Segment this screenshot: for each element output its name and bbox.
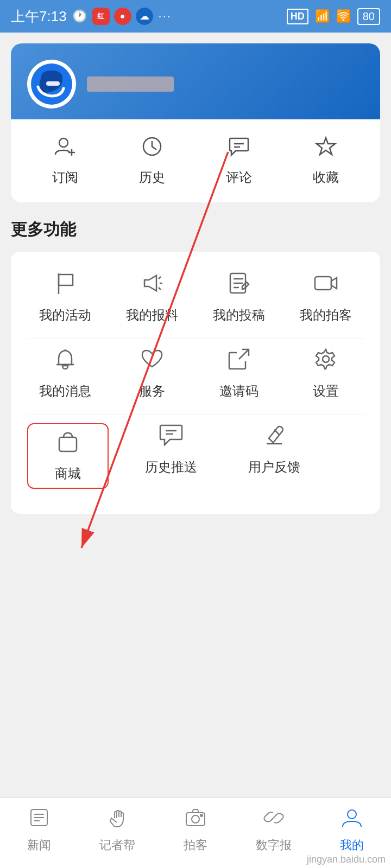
pencil-edit-icon bbox=[262, 423, 286, 451]
link-icon bbox=[263, 807, 284, 833]
my-message-label: 我的消息 bbox=[39, 382, 91, 400]
svg-line-12 bbox=[159, 288, 161, 290]
action-collect[interactable]: 收藏 bbox=[313, 136, 339, 186]
action-history[interactable]: 历史 bbox=[139, 136, 165, 186]
signal-icon: 📶 bbox=[315, 9, 330, 23]
service-label: 服务 bbox=[139, 382, 165, 400]
app-icon-3: ☁ bbox=[136, 8, 153, 25]
nav-item-digital[interactable]: 数字报 bbox=[244, 807, 304, 853]
feature-service[interactable]: 服务 bbox=[111, 347, 193, 400]
svg-marker-8 bbox=[317, 138, 335, 155]
svg-point-20 bbox=[323, 356, 329, 362]
main-scroll-area: 订阅 历史 评论 bbox=[0, 33, 391, 797]
my-activity-label: 我的活动 bbox=[39, 307, 91, 324]
battery-level: 80 bbox=[363, 10, 375, 22]
video-icon bbox=[314, 271, 338, 299]
flag-icon bbox=[53, 271, 77, 299]
comment-label: 评论 bbox=[226, 169, 252, 186]
bag-icon bbox=[56, 430, 80, 457]
svg-point-34 bbox=[200, 814, 203, 816]
svg-line-35 bbox=[271, 815, 276, 820]
my-paike-label: 我的拍客 bbox=[300, 307, 352, 324]
send-icon bbox=[227, 347, 251, 375]
chat-lines-icon bbox=[159, 423, 183, 451]
feature-mall[interactable]: 商城 bbox=[27, 423, 109, 489]
app-icon-2: ● bbox=[114, 8, 131, 25]
my-report-label: 我的报料 bbox=[126, 307, 178, 324]
action-comment[interactable]: 评论 bbox=[226, 136, 252, 186]
user-active-icon bbox=[342, 807, 362, 833]
history-push-label: 历史推送 bbox=[145, 458, 197, 476]
status-bar: 上午7:13 🕐 红 ● ☁ ··· HD 📶 🛜 80 bbox=[0, 0, 391, 33]
history-label: 历史 bbox=[139, 169, 165, 186]
invite-code-label: 邀请码 bbox=[219, 382, 258, 400]
my-post-label: 我的投稿 bbox=[213, 307, 265, 324]
profile-name-section bbox=[87, 76, 174, 92]
profile-actions: 订阅 历史 评论 bbox=[11, 119, 380, 202]
news-icon bbox=[29, 807, 49, 833]
svg-point-33 bbox=[192, 815, 199, 823]
features-grid: 我的活动 我的报料 bbox=[11, 252, 380, 514]
wifi-icon: 🛜 bbox=[336, 9, 351, 23]
feature-settings[interactable]: 设置 bbox=[285, 347, 367, 400]
svg-line-19 bbox=[239, 349, 249, 359]
feature-invite-code[interactable]: 邀请码 bbox=[198, 347, 280, 400]
subscribe-label: 订阅 bbox=[52, 169, 78, 186]
profile-name-bar bbox=[87, 76, 174, 92]
svg-rect-21 bbox=[59, 437, 77, 451]
alarm-icon: 🕐 bbox=[72, 9, 87, 23]
svg-line-10 bbox=[159, 277, 161, 279]
history-icon bbox=[141, 136, 163, 162]
bell-icon bbox=[53, 347, 77, 375]
feature-my-post[interactable]: 我的投稿 bbox=[198, 271, 280, 324]
mall-label: 商城 bbox=[55, 465, 81, 482]
avatar[interactable] bbox=[27, 60, 76, 108]
mine-label: 我的 bbox=[340, 837, 364, 853]
settings-label: 设置 bbox=[313, 382, 339, 400]
paike-label: 拍客 bbox=[184, 837, 207, 853]
megaphone-icon bbox=[140, 271, 164, 299]
features-row-1: 我的活动 我的报料 bbox=[22, 263, 369, 333]
collect-icon bbox=[315, 136, 337, 162]
edit-doc-icon bbox=[227, 271, 251, 299]
app-icon-1: 红 bbox=[92, 8, 110, 25]
feature-history-push[interactable]: 历史推送 bbox=[130, 423, 212, 489]
status-dots: ··· bbox=[159, 9, 172, 23]
comment-icon bbox=[228, 136, 250, 162]
subscribe-icon bbox=[54, 136, 76, 162]
nav-item-reporter[interactable]: 记者帮 bbox=[87, 807, 147, 853]
svg-line-25 bbox=[274, 430, 280, 435]
feature-my-message[interactable]: 我的消息 bbox=[24, 347, 106, 400]
feedback-label: 用户反馈 bbox=[248, 458, 300, 476]
hd-label: HD bbox=[287, 9, 308, 24]
hand-icon bbox=[107, 807, 128, 833]
profile-card: 订阅 历史 评论 bbox=[11, 43, 380, 202]
collect-label: 收藏 bbox=[313, 169, 339, 186]
profile-header bbox=[11, 43, 380, 119]
features-row-3: 商城 历史推送 bbox=[22, 414, 369, 497]
svg-rect-17 bbox=[315, 277, 331, 290]
nav-item-mine[interactable]: 我的 bbox=[322, 807, 382, 853]
news-label: 新闻 bbox=[27, 837, 51, 853]
section-title: 更多功能 bbox=[11, 219, 380, 241]
watermark: jingyan.baidu.com bbox=[307, 854, 386, 865]
status-time: 上午7:13 bbox=[11, 7, 67, 26]
feature-my-report[interactable]: 我的报料 bbox=[111, 271, 193, 324]
svg-rect-1 bbox=[46, 81, 60, 86]
svg-point-36 bbox=[348, 810, 356, 819]
action-subscribe[interactable]: 订阅 bbox=[52, 136, 78, 186]
feature-my-paike[interactable]: 我的拍客 bbox=[285, 271, 367, 324]
svg-point-2 bbox=[59, 138, 68, 147]
battery-indicator: 80 bbox=[357, 8, 380, 25]
reporter-label: 记者帮 bbox=[99, 837, 135, 853]
feature-my-activity[interactable]: 我的活动 bbox=[24, 271, 106, 324]
features-row-2: 我的消息 服务 邀请码 bbox=[22, 339, 369, 409]
nav-item-news[interactable]: 新闻 bbox=[9, 807, 69, 853]
camera-icon bbox=[185, 807, 206, 833]
gear-icon bbox=[314, 347, 338, 375]
nav-item-paike[interactable]: 拍客 bbox=[166, 807, 225, 853]
heart-icon bbox=[140, 347, 164, 375]
feature-feedback[interactable]: 用户反馈 bbox=[234, 423, 315, 489]
digital-label: 数字报 bbox=[256, 837, 292, 853]
